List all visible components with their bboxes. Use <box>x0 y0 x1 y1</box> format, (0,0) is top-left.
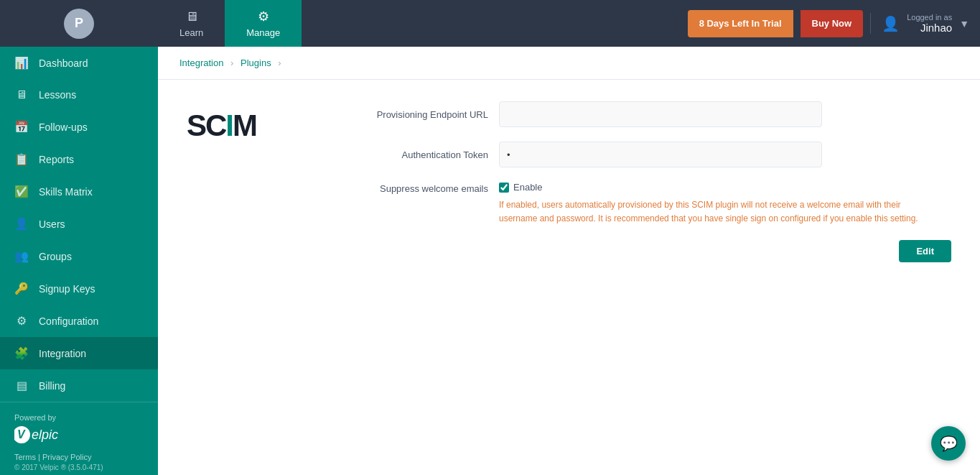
sidebar-item-groups[interactable]: 👥 Groups <box>0 240 158 272</box>
sidebar-item-users[interactable]: 👤 Users <box>0 208 158 240</box>
user-section: 👤 Logged in as Jinhao ▼ <box>870 13 969 34</box>
followups-icon: 📅 <box>14 120 29 134</box>
svg-text:V: V <box>17 428 26 441</box>
logged-in-label: Logged in as <box>907 13 952 22</box>
gear-icon: ⚙ <box>258 9 269 24</box>
auth-token-input[interactable] <box>499 142 822 167</box>
nav-item-learn[interactable]: 🖥 Learn <box>158 0 225 47</box>
sidebar-item-reports[interactable]: 📋 Reports <box>0 143 158 175</box>
sidebar-item-lessons[interactable]: 🖥 Lessons <box>0 79 158 111</box>
skills-icon: ✅ <box>14 185 29 198</box>
plugin-content: SCIM Provisioning Endpoint URL Authentic… <box>158 80 980 284</box>
plugin-top: SCIM Provisioning Endpoint URL Authentic… <box>187 101 951 262</box>
main-layout: 📊 Dashboard 🖥 Lessons 📅 Follow-ups 📋 Rep… <box>0 47 980 475</box>
integration-icon: 🧩 <box>14 346 29 360</box>
enable-label: Enable <box>513 182 542 193</box>
reports-icon: 📋 <box>14 152 29 166</box>
provisioning-input[interactable] <box>499 101 822 127</box>
top-nav-right: 8 Days Left In Trial Buy Now 👤 Logged in… <box>688 10 980 37</box>
content-area: Integration › Plugins › SCIM Provisionin… <box>158 47 980 475</box>
users-icon: 👤 <box>14 217 29 231</box>
info-text: If enabled, users automatically provisio… <box>499 198 937 226</box>
nav-manage-label: Manage <box>246 27 280 38</box>
signup-icon: 🔑 <box>14 282 29 295</box>
billing-icon: ▤ <box>14 379 29 392</box>
top-nav-logo: P <box>0 0 158 47</box>
auth-token-label: Authentication Token <box>345 149 488 160</box>
user-dropdown-icon[interactable]: ▼ <box>959 18 969 29</box>
sidebar-label-users: Users <box>39 218 65 230</box>
enable-checkbox-row: Enable <box>499 182 937 193</box>
breadcrumb-plugins[interactable]: Plugins <box>241 57 271 68</box>
buy-now-button[interactable]: Buy Now <box>801 10 864 37</box>
lessons-icon: 🖥 <box>14 88 29 101</box>
sidebar-label-dashboard: Dashboard <box>39 57 88 69</box>
nav-learn-label: Learn <box>179 27 203 38</box>
powered-by-label: Powered by <box>14 413 144 422</box>
suppress-label: Suppress welcome emails <box>345 182 488 194</box>
sidebar-label-signup: Signup Keys <box>39 283 95 295</box>
logo-avatar: P <box>64 9 94 39</box>
scim-logo: SCIM <box>187 109 302 143</box>
svg-text:elpic: elpic <box>32 428 58 442</box>
sidebar-label-billing: Billing <box>39 380 65 392</box>
nav-item-manage[interactable]: ⚙ Manage <box>225 0 302 47</box>
user-icon: 👤 <box>882 15 900 32</box>
dashboard-icon: 📊 <box>14 56 29 70</box>
sidebar-links: Terms | Privacy Policy <box>14 453 144 461</box>
sidebar-label-reports: Reports <box>39 154 74 165</box>
sidebar-item-follow-ups[interactable]: 📅 Follow-ups <box>0 111 158 143</box>
breadcrumb: Integration › Plugins › <box>158 47 980 80</box>
config-icon: ⚙ <box>14 314 29 328</box>
privacy-link[interactable]: Privacy Policy <box>42 453 91 461</box>
user-name: Jinhao <box>907 22 952 34</box>
sidebar: 📊 Dashboard 🖥 Lessons 📅 Follow-ups 📋 Rep… <box>0 47 158 475</box>
checkbox-content: Enable If enabled, users automatically p… <box>499 182 937 226</box>
top-nav: P 🖥 Learn ⚙ Manage 8 Days Left In Trial … <box>0 0 980 47</box>
user-info: Logged in as Jinhao <box>907 13 952 34</box>
sidebar-label-integration: Integration <box>39 348 86 359</box>
sidebar-label-config: Configuration <box>39 315 98 327</box>
sidebar-item-signup-keys[interactable]: 🔑 Signup Keys <box>0 272 158 305</box>
velpic-logo-text: V elpic <box>14 425 79 449</box>
provisioning-label: Provisioning Endpoint URL <box>345 109 488 120</box>
sidebar-item-configuration[interactable]: ⚙ Configuration <box>0 305 158 337</box>
sidebar-item-dashboard[interactable]: 📊 Dashboard <box>0 47 158 79</box>
form-container: Provisioning Endpoint URL Authentication… <box>345 101 951 262</box>
top-nav-items: 🖥 Learn ⚙ Manage <box>158 0 688 47</box>
auth-token-row: Authentication Token <box>345 142 951 167</box>
edit-btn-row: Edit <box>345 240 951 262</box>
sidebar-version: © 2017 Velpic ® (3.5.0-471) <box>14 464 144 471</box>
monitor-icon: 🖥 <box>185 9 198 24</box>
provisioning-row: Provisioning Endpoint URL <box>345 101 951 127</box>
sidebar-label-skills: Skills Matrix <box>39 186 93 198</box>
sidebar-label-lessons: Lessons <box>39 89 76 101</box>
sidebar-footer: Powered by V elpic Terms | Privacy Polic… <box>0 402 158 475</box>
chat-bubble[interactable]: 💬 <box>931 426 966 461</box>
breadcrumb-integration[interactable]: Integration <box>179 57 223 68</box>
suppress-row: Suppress welcome emails Enable If enable… <box>345 182 951 226</box>
trial-button[interactable]: 8 Days Left In Trial <box>688 10 793 37</box>
sidebar-item-integration[interactable]: 🧩 Integration <box>0 337 158 369</box>
groups-icon: 👥 <box>14 249 29 263</box>
sidebar-label-groups: Groups <box>39 251 72 262</box>
sidebar-item-skills-matrix[interactable]: ✅ Skills Matrix <box>0 175 158 208</box>
velpic-logo: V elpic <box>14 425 144 449</box>
scim-logo-container: SCIM <box>187 101 302 143</box>
velpic-svg: V elpic <box>14 425 79 445</box>
sidebar-label-followups: Follow-ups <box>39 121 88 133</box>
edit-button[interactable]: Edit <box>899 240 951 262</box>
terms-link[interactable]: Terms <box>14 453 36 461</box>
chat-icon: 💬 <box>940 435 958 452</box>
enable-checkbox[interactable] <box>499 183 509 193</box>
sidebar-item-billing[interactable]: ▤ Billing <box>0 369 158 402</box>
